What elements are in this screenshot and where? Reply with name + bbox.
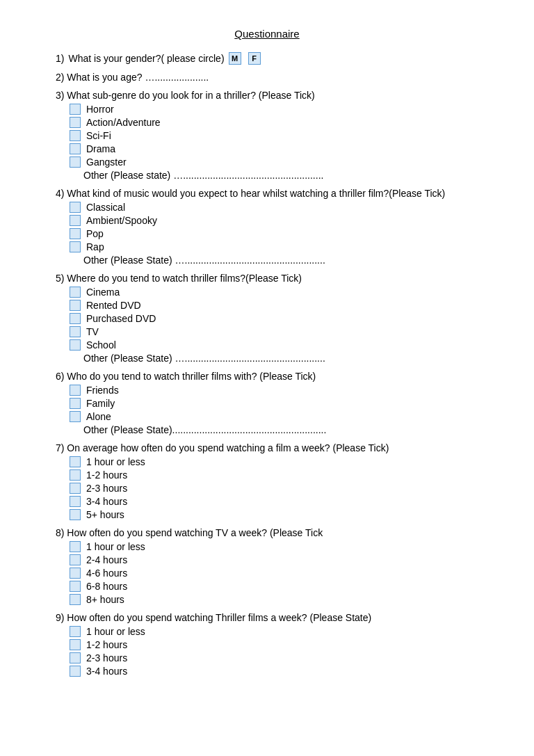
list-item: Cinema [70, 287, 492, 298]
list-item: 4-6 hours [70, 568, 492, 579]
list-item: Action/Adventure [70, 117, 492, 128]
q9-number: 9) [56, 612, 64, 623]
list-item: 5+ hours [70, 509, 492, 520]
q4-label-pop: Pop [86, 228, 104, 239]
q4-number: 4) [56, 188, 64, 199]
q3-label-scifi: Sci-Fi [86, 130, 111, 141]
gender-f-option[interactable]: F [248, 52, 261, 65]
q7-number: 7) [56, 442, 64, 453]
q9-text: How often do you spend watching Thriller… [67, 612, 371, 623]
q6-checkbox-friends[interactable] [70, 385, 81, 396]
q7-checkbox-34h[interactable] [70, 496, 81, 507]
q7-checkbox-12h[interactable] [70, 469, 81, 481]
q5-checkbox-renteddvd[interactable] [70, 300, 81, 311]
q5-options: Cinema Rented DVD Purchased DVD TV Schoo… [70, 287, 492, 364]
q5-text: Where do you tend to watch thriller film… [67, 273, 302, 284]
q8-label-46h: 4-6 hours [86, 568, 127, 579]
list-item: 3-4 hours [70, 666, 492, 677]
q7-label-1h: 1 hour or less [86, 456, 145, 467]
q6-number: 6) [56, 371, 64, 382]
q8-checkbox-24h[interactable] [70, 554, 81, 565]
q3-checkbox-horror[interactable] [70, 104, 81, 115]
q7-checkbox-23h[interactable] [70, 483, 81, 494]
q5-checkbox-tv[interactable] [70, 326, 81, 337]
q7-checkbox-5ph[interactable] [70, 509, 81, 520]
question-6: 6) Who do you tend to watch thriller fil… [42, 371, 492, 435]
question-5: 5) Where do you tend to watch thriller f… [42, 273, 492, 364]
q6-label-alone: Alone [86, 411, 111, 422]
q3-options: Horror Action/Adventure Sci-Fi Drama Gan… [70, 104, 492, 181]
q5-checkbox-school[interactable] [70, 339, 81, 351]
q5-checkbox-purchaseddvd[interactable] [70, 313, 81, 324]
q3-checkbox-gangster[interactable] [70, 156, 81, 168]
q3-other: Other (Please state) …..................… [83, 170, 492, 181]
q3-checkbox-action[interactable] [70, 117, 81, 128]
q4-label-classical: Classical [86, 202, 125, 213]
q3-label-gangster: Gangster [86, 156, 127, 168]
question-4: 4) What kind of music would you expect t… [42, 188, 492, 266]
list-item: 1 hour or less [70, 541, 492, 552]
q4-text: What kind of music would you expect to h… [67, 188, 445, 199]
q5-checkbox-cinema[interactable] [70, 287, 81, 298]
q6-text: Who do you tend to watch thriller films … [67, 371, 316, 382]
q6-checkbox-family[interactable] [70, 398, 81, 409]
list-item: 1-2 hours [70, 469, 492, 481]
q6-checkbox-alone[interactable] [70, 411, 81, 422]
q8-label-68h: 6-8 hours [86, 581, 127, 592]
q4-checkbox-pop[interactable] [70, 228, 81, 239]
q3-checkbox-scifi[interactable] [70, 130, 81, 141]
list-item: Purchased DVD [70, 313, 492, 324]
q8-checkbox-68h[interactable] [70, 581, 81, 592]
gender-m-option[interactable]: M [229, 52, 241, 65]
q7-checkbox-1h[interactable] [70, 456, 81, 467]
q7-options: 1 hour or less 1-2 hours 2-3 hours 3-4 h… [70, 456, 492, 520]
q9-label-23h: 2-3 hours [86, 652, 127, 663]
q9-checkbox-12h[interactable] [70, 639, 81, 650]
q3-text: What sub-genre do you look for in a thri… [67, 90, 314, 101]
list-item: 8+ hours [70, 594, 492, 605]
q7-label-5ph: 5+ hours [86, 509, 124, 520]
q3-checkbox-drama[interactable] [70, 143, 81, 154]
list-item: Family [70, 398, 492, 409]
q3-label-horror: Horror [86, 104, 114, 115]
q4-checkbox-ambient[interactable] [70, 215, 81, 226]
q3-label-drama: Drama [86, 143, 115, 154]
question-8: 8) How often do you spend watching TV a … [42, 527, 492, 605]
list-item: Alone [70, 411, 492, 422]
q5-label-purchaseddvd: Purchased DVD [86, 313, 156, 324]
q8-checkbox-46h[interactable] [70, 568, 81, 579]
question-9: 9) How often do you spend watching Thril… [42, 612, 492, 677]
q4-checkbox-classical[interactable] [70, 202, 81, 213]
q5-label-tv: TV [86, 326, 99, 337]
q8-checkbox-1h[interactable] [70, 541, 81, 552]
q6-other: Other (Please State)....................… [83, 424, 492, 435]
question-3: 3) What sub-genre do you look for in a t… [42, 90, 492, 181]
page-title: Questionnaire [42, 28, 492, 40]
q4-label-rap: Rap [86, 241, 104, 252]
q9-label-34h: 3-4 hours [86, 666, 127, 677]
list-item: Gangster [70, 156, 492, 168]
q9-checkbox-23h[interactable] [70, 652, 81, 663]
question-7: 7) On average how often do you spend wat… [42, 442, 492, 520]
q7-label-23h: 2-3 hours [86, 483, 127, 494]
q5-other: Other (Please State) …..................… [83, 353, 492, 364]
list-item: Pop [70, 228, 492, 239]
q3-label-action: Action/Adventure [86, 117, 161, 128]
list-item: Rented DVD [70, 300, 492, 311]
list-item: TV [70, 326, 492, 337]
q2-text: What is you age? ….................... [67, 72, 209, 83]
list-item: 6-8 hours [70, 581, 492, 592]
question-2: 2) What is you age? …...................… [56, 72, 492, 83]
q8-options: 1 hour or less 2-4 hours 4-6 hours 6-8 h… [70, 541, 492, 605]
q8-number: 8) [56, 527, 64, 538]
q8-label-8ph: 8+ hours [86, 594, 124, 605]
q5-label-school: School [86, 339, 116, 351]
q9-checkbox-34h[interactable] [70, 666, 81, 677]
q8-checkbox-8ph[interactable] [70, 594, 81, 605]
list-item: 2-3 hours [70, 652, 492, 663]
q6-options: Friends Family Alone Other (Please State… [70, 385, 492, 435]
q9-checkbox-1h[interactable] [70, 626, 81, 637]
q4-checkbox-rap[interactable] [70, 241, 81, 252]
q1-number: 1) [56, 53, 64, 64]
list-item: Sci-Fi [70, 130, 492, 141]
